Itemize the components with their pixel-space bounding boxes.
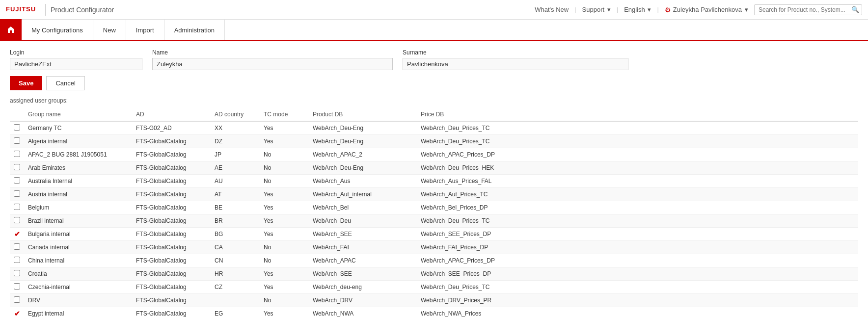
home-button[interactable] (0, 19, 22, 41)
nav-item-import[interactable]: Import (126, 20, 164, 40)
row-checkbox[interactable] (14, 270, 20, 276)
nav-separator-2: | (617, 6, 618, 13)
whats-new-link[interactable]: What's New (535, 6, 569, 13)
row-checkbox[interactable] (14, 204, 20, 210)
row-checkbox-cell[interactable] (10, 254, 24, 267)
col-header-tc-mode: TC mode (260, 108, 309, 121)
table-row: Arab EmiratesFTS-GlobalCatalogAENoWebArc… (10, 161, 858, 175)
row-checkbox-cell[interactable] (10, 188, 24, 201)
cell-ad: FTS-GlobalCatalog (132, 307, 211, 317)
surname-input[interactable] (403, 58, 628, 70)
nav-item-my-configurations[interactable]: My Configurations (22, 20, 93, 40)
cell-adcountry: AE (211, 161, 260, 175)
cell-adcountry: AT (211, 188, 260, 201)
table-row: Germany TCFTS-G02_ADXXYesWebArch_Deu-Eng… (10, 121, 858, 135)
save-button[interactable]: Save (10, 76, 42, 90)
user-name-label: Zuleykha Pavlichenkova (673, 6, 742, 13)
row-checkbox-cell[interactable] (10, 121, 24, 135)
surname-label: Surname (403, 49, 628, 56)
cell-productdb: WebArch_Bel (309, 201, 417, 214)
cell-groupname: DRV (24, 294, 132, 307)
table-row: Austria internalFTS-GlobalCatalogATYesWe… (10, 188, 858, 201)
cell-tcmode: Yes (260, 214, 309, 228)
cell-groupname: Australia Internal (24, 175, 132, 188)
row-checkbox-cell[interactable] (10, 148, 24, 161)
row-checkbox[interactable] (14, 151, 20, 157)
cell-productdb: WebArch_Deu (309, 214, 417, 228)
nav-item-new[interactable]: New (93, 20, 126, 40)
row-checkbox-cell[interactable] (10, 201, 24, 214)
cell-tcmode: No (260, 294, 309, 307)
row-checkbox-cell[interactable] (10, 135, 24, 148)
cell-productdb: WebArch_deu-eng (309, 281, 417, 294)
row-checkbox-cell[interactable] (10, 267, 24, 281)
cell-productdb: WebArch_FAI (309, 241, 417, 254)
cell-productdb: WebArch_SEE (309, 267, 417, 281)
surname-field-group: Surname (403, 49, 628, 70)
search-input[interactable] (754, 4, 862, 15)
cell-pricedb: WebArch_DRV_Prices_PR (417, 294, 858, 307)
row-checkbox[interactable] (14, 296, 20, 303)
logo-area: FUJITSU Product Configurator (6, 3, 114, 16)
row-checkbox[interactable] (14, 124, 20, 131)
row-checkbox[interactable] (14, 283, 20, 290)
cell-adcountry: CZ (211, 281, 260, 294)
cell-adcountry: EG (211, 307, 260, 317)
cell-productdb: WebArch_Deu-Eng (309, 161, 417, 175)
cell-groupname: APAC_2 BUG 2881 J1905051 (24, 148, 132, 161)
cell-productdb: WebArch_APAC (309, 254, 417, 267)
table-row: DRVFTS-GlobalCatalogNoWebArch_DRVWebArch… (10, 294, 858, 307)
cell-productdb: WebArch_Deu-Eng (309, 135, 417, 148)
row-checkbox[interactable] (14, 137, 20, 144)
support-link[interactable]: Support ▾ (582, 6, 611, 13)
cell-productdb: WebArch_Aut_internal (309, 188, 417, 201)
row-checkbox-cell[interactable]: ✔ (10, 228, 24, 241)
cell-adcountry (211, 294, 260, 307)
user-menu[interactable]: ⚙ Zuleykha Pavlichenkova ▾ (665, 6, 748, 14)
cell-tcmode: No (260, 254, 309, 267)
cell-pricedb: WebArch_Deu_Prices_TC (417, 214, 858, 228)
table-row: APAC_2 BUG 2881 J1905051FTS-GlobalCatalo… (10, 148, 858, 161)
cell-ad: FTS-GlobalCatalog (132, 228, 211, 241)
row-checkbox[interactable] (14, 257, 20, 263)
cell-adcountry: BE (211, 201, 260, 214)
col-header-price-db: Price DB (417, 108, 858, 121)
row-checkbox-cell[interactable] (10, 175, 24, 188)
row-checkbox[interactable] (14, 190, 20, 197)
cell-pricedb: WebArch_FAI_Prices_DP (417, 241, 858, 254)
svg-text:FUJITSU: FUJITSU (6, 5, 36, 13)
row-checkbox[interactable] (14, 217, 20, 223)
cell-adcountry: JP (211, 148, 260, 161)
row-checkbox-cell[interactable] (10, 214, 24, 228)
table-row: Canada internalFTS-GlobalCatalogCANoWebA… (10, 241, 858, 254)
cell-adcountry: DZ (211, 135, 260, 148)
language-selector[interactable]: English ▾ (624, 6, 651, 13)
cell-adcountry: CN (211, 254, 260, 267)
logo-separator (45, 4, 46, 16)
cell-ad: FTS-GlobalCatalog (132, 148, 211, 161)
row-checkbox-cell[interactable]: ✔ (10, 307, 24, 317)
name-input[interactable] (152, 58, 393, 70)
cell-pricedb: WebArch_Deu_Prices_HEK (417, 161, 858, 175)
cell-tcmode: Yes (260, 228, 309, 241)
row-checkbox-cell[interactable] (10, 241, 24, 254)
login-input[interactable] (10, 58, 142, 70)
main-content: Login Name Surname Save Cancel assigned … (0, 41, 868, 317)
row-checkbox-cell[interactable] (10, 281, 24, 294)
row-checkbox[interactable] (14, 164, 20, 170)
cell-productdb: WebArch_NWA (309, 307, 417, 317)
table-row: Algeria internalFTS-GlobalCatalogDZYesWe… (10, 135, 858, 148)
row-checkbox-cell[interactable] (10, 294, 24, 307)
cell-pricedb: WebArch_Bel_Prices_DP (417, 201, 858, 214)
cell-groupname: Czechia-internal (24, 281, 132, 294)
cancel-button[interactable]: Cancel (46, 76, 84, 90)
cell-ad: FTS-GlobalCatalog (132, 201, 211, 214)
row-checkbox-cell[interactable] (10, 161, 24, 175)
cell-adcountry: CA (211, 241, 260, 254)
cell-pricedb: WebArch_Deu_Prices_TC (417, 121, 858, 135)
row-checkbox[interactable] (14, 177, 20, 184)
cell-groupname: Algeria internal (24, 135, 132, 148)
row-checkbox[interactable] (14, 243, 20, 250)
cell-ad: FTS-GlobalCatalog (132, 241, 211, 254)
nav-item-administration[interactable]: Administration (164, 20, 225, 40)
